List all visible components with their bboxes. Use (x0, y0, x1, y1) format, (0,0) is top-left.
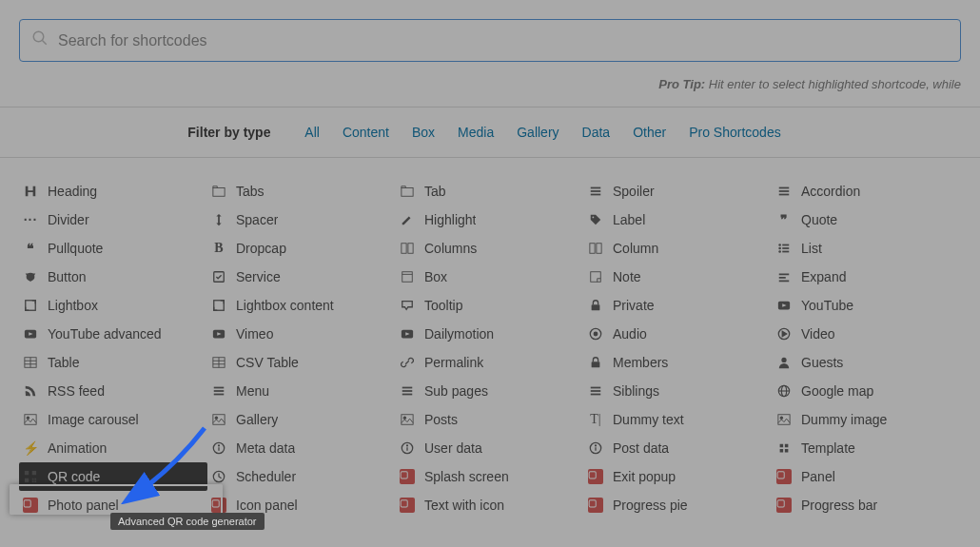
svg-rect-26 (214, 390, 225, 392)
shortcode-audio[interactable]: Audio (584, 320, 773, 348)
shortcode-dummy-text[interactable]: T|Dummy text (584, 405, 773, 434)
shortcode-spoiler[interactable]: Spoiler (584, 177, 773, 205)
svg-rect-73 (782, 251, 789, 253)
shortcode-label: Dailymotion (424, 326, 494, 342)
svg-rect-43 (402, 415, 413, 425)
dummy-icon: T| (588, 412, 603, 427)
shortcode-accordion[interactable]: Accordion (773, 177, 961, 205)
search-field[interactable] (19, 19, 961, 62)
shortcode-private[interactable]: Private (584, 291, 773, 320)
shortcode-gallery[interactable]: Gallery (207, 405, 396, 434)
filter-label: Filter by type (187, 125, 270, 140)
shortcode-label[interactable]: Label (584, 205, 773, 234)
shortcode-heading[interactable]: Heading (19, 177, 207, 205)
pullquote-icon: ❝ (23, 241, 38, 256)
shortcode-csv-table[interactable]: CSV Table (207, 348, 396, 377)
shortcode-video[interactable]: Video (773, 320, 961, 348)
shortcode-label: Members (613, 355, 668, 370)
filter-link-content[interactable]: Content (343, 125, 389, 140)
shortcode-divider[interactable]: ···Divider (19, 205, 207, 234)
shortcode-label: YouTube (801, 298, 853, 313)
filter-link-pro-shortcodes[interactable]: Pro Shortcodes (689, 125, 781, 140)
shortcode-animation[interactable]: ⚡Animation (19, 434, 207, 462)
shortcode-note[interactable]: Note (584, 263, 773, 291)
shortcode-tooltip[interactable]: Tooltip (396, 291, 584, 320)
shortcode-box[interactable]: Box (396, 263, 584, 291)
shortcode-columns[interactable]: Columns (396, 234, 584, 263)
svg-rect-50 (591, 194, 601, 196)
shortcode-members[interactable]: Members (584, 348, 773, 377)
shortcode-permalink[interactable]: Permalink (396, 348, 584, 377)
filter-link-other[interactable]: Other (633, 125, 666, 140)
heading-icon (23, 184, 38, 199)
shortcode-label: Dropcap (236, 241, 286, 256)
button-icon (23, 269, 38, 284)
shortcode-menu[interactable]: Menu (207, 377, 396, 405)
filter-link-data[interactable]: Data (582, 125, 611, 140)
shortcode-button[interactable]: Button (19, 263, 207, 291)
shortcode-label: Tab (424, 184, 446, 199)
shortcode-lightbox-content[interactable]: Lightbox content (207, 291, 396, 320)
shortcode-label: Guests (801, 355, 843, 370)
pro-tip-label: Pro Tip: (658, 77, 705, 91)
shortcode-service[interactable]: Service (207, 263, 396, 291)
shortcode-highlight[interactable]: Highlight (396, 205, 584, 234)
shortcode-tabs[interactable]: Tabs (207, 177, 396, 205)
shortcode-sub-pages[interactable]: Sub pages (396, 377, 584, 405)
shortcode-exit-popup[interactable]: ▢Exit popup (584, 462, 773, 491)
search-input[interactable] (58, 32, 949, 49)
shortcode-spacer[interactable]: Spacer (207, 205, 396, 234)
shortcode-posts[interactable]: Posts (396, 405, 584, 434)
shortcode-label: Tooltip (424, 298, 462, 313)
shortcode-quote[interactable]: ❞Quote (773, 205, 961, 234)
lock-icon (588, 355, 603, 370)
shortcode-template[interactable]: Template (773, 434, 961, 462)
shortcode-label: Quote (801, 212, 837, 227)
shortcode-pullquote[interactable]: ❝Pullquote (19, 234, 207, 263)
shortcode-table[interactable]: Table (19, 348, 207, 377)
shortcode-label: Button (48, 269, 86, 284)
shortcode-panel[interactable]: ▢Panel (773, 462, 961, 491)
filter-link-all[interactable]: All (304, 125, 320, 140)
filter-link-media[interactable]: Media (458, 125, 494, 140)
shortcode-label: RSS feed (48, 383, 105, 399)
shortcode-list[interactable]: List (773, 234, 961, 263)
svg-rect-53 (597, 244, 601, 254)
shortcode-vimeo[interactable]: Vimeo (207, 320, 396, 348)
shortcode-image-carousel[interactable]: Image carousel (19, 405, 207, 434)
shortcode-tab[interactable]: Tab (396, 177, 584, 205)
shortcode-google-map[interactable]: Google map (773, 377, 961, 405)
shortcode-expand[interactable]: Expand (773, 263, 961, 291)
shortcode-column[interactable]: Column (584, 234, 773, 263)
shortcode-qr-code[interactable]: QR code (19, 462, 207, 491)
svg-rect-19 (214, 301, 225, 311)
shortcode-rss-feed[interactable]: RSS feed (19, 377, 207, 405)
shortcode-splash-screen[interactable]: ▢Splash screen (396, 462, 584, 491)
shortcode-meta-data[interactable]: Meta data (207, 434, 396, 462)
shortcode-dropcap[interactable]: BDropcap (207, 234, 396, 263)
shortcode-user-data[interactable]: User data (396, 434, 584, 462)
shortcode-post-data[interactable]: Post data (584, 434, 773, 462)
search-icon (31, 29, 49, 51)
shortcode-label: Exit popup (613, 469, 676, 484)
shortcode-guests[interactable]: Guests (773, 348, 961, 377)
shortcode-text-with-icon[interactable]: ▢Text with icon (396, 491, 584, 519)
shortcode-label: Column (613, 241, 658, 256)
shortcode-scheduler[interactable]: Scheduler (207, 462, 396, 491)
shortcode-youtube[interactable]: YouTube (773, 291, 961, 320)
shortcode-dummy-image[interactable]: Dummy image (773, 405, 961, 434)
shortcode-lightbox[interactable]: Lightbox (19, 291, 207, 320)
table-icon (211, 355, 226, 370)
shortcode-siblings[interactable]: Siblings (584, 377, 773, 405)
svg-rect-49 (591, 190, 601, 192)
svg-rect-13 (32, 479, 34, 480)
shortcode-progress-pie[interactable]: ▢Progress pie (584, 491, 773, 519)
filter-link-gallery[interactable]: Gallery (517, 125, 559, 140)
shortcode-dailymotion[interactable]: Dailymotion (396, 320, 584, 348)
shortcode-label: Expand (801, 269, 846, 284)
shortcode-youtube-advanced[interactable]: YouTube advanced (19, 320, 207, 348)
shortcode-label: Heading (48, 184, 97, 199)
shortcode-label: Sub pages (424, 383, 488, 399)
filter-link-box[interactable]: Box (412, 125, 435, 140)
shortcode-progress-bar[interactable]: ▢Progress bar (773, 491, 961, 519)
